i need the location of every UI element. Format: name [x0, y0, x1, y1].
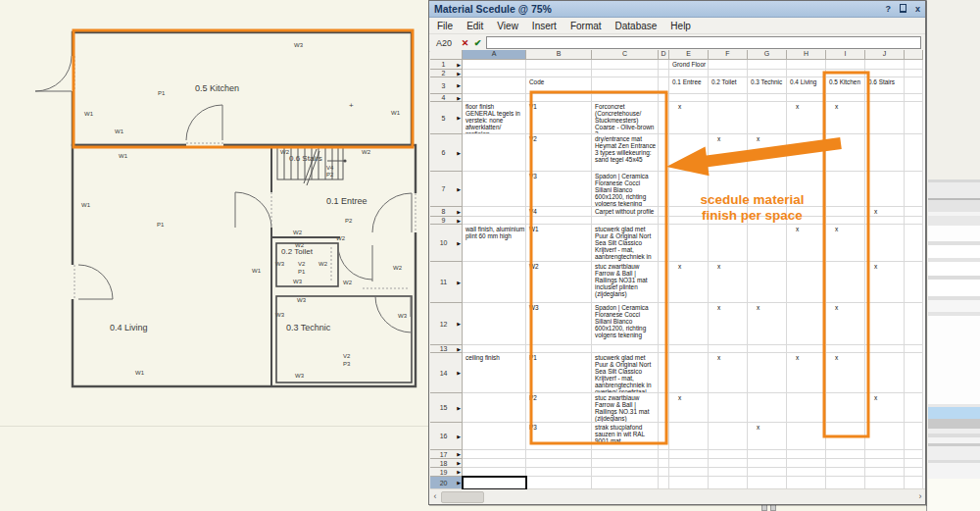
cell-E4[interactable]	[669, 94, 709, 102]
cell-K11[interactable]	[905, 262, 923, 303]
cell-A6[interactable]	[463, 134, 526, 172]
cell-A16[interactable]	[463, 423, 526, 450]
cell-H2[interactable]	[787, 70, 826, 77]
cell-F2[interactable]	[709, 70, 748, 77]
cell-K1[interactable]	[905, 60, 923, 70]
cell-G17[interactable]	[748, 450, 787, 459]
cell-J5[interactable]	[865, 102, 905, 134]
cell-G6[interactable]: x	[748, 134, 787, 172]
cell-C3[interactable]	[592, 77, 659, 94]
cell-A15[interactable]	[463, 393, 526, 423]
cell-E16[interactable]	[669, 423, 709, 450]
close-icon[interactable]: x	[915, 4, 920, 14]
cell-I12[interactable]: x	[826, 303, 865, 345]
cell-E14[interactable]	[669, 353, 709, 393]
row-header-14[interactable]: 14▶	[430, 353, 463, 393]
cell-D17[interactable]	[659, 450, 669, 459]
cell-B13[interactable]	[526, 345, 592, 353]
cell-B4[interactable]	[526, 94, 592, 102]
cell-J19[interactable]	[865, 468, 905, 477]
cell-reference-box[interactable]: A20	[429, 38, 459, 48]
cell-G8[interactable]	[748, 207, 787, 217]
cell-C8[interactable]: Carpet without profile	[592, 207, 659, 217]
cell-H18[interactable]	[787, 459, 826, 468]
cell-K7[interactable]	[905, 172, 923, 207]
cell-B5[interactable]: V1	[526, 102, 592, 134]
cell-K10[interactable]	[905, 225, 923, 262]
cell-B9[interactable]	[526, 217, 592, 225]
cell-J2[interactable]	[865, 70, 905, 77]
cell-C19[interactable]	[592, 468, 659, 477]
col-header-J[interactable]: J	[865, 50, 905, 60]
cell-I11[interactable]	[826, 262, 865, 303]
cell-B8[interactable]: V4	[526, 207, 592, 217]
cell-A3[interactable]	[463, 77, 526, 94]
cell-K2[interactable]	[905, 70, 923, 77]
cell-F17[interactable]	[709, 450, 748, 459]
cell-E15[interactable]: x	[669, 393, 709, 423]
cell-B12[interactable]: W3	[526, 303, 592, 345]
cell-D5[interactable]	[659, 102, 669, 134]
cell-I4[interactable]	[826, 94, 865, 102]
cell-E6[interactable]	[669, 134, 709, 172]
row-header-13[interactable]: 13▶	[430, 345, 463, 353]
cell-I10[interactable]: x	[826, 225, 865, 262]
cell-G11[interactable]	[748, 262, 787, 303]
cell-J10[interactable]	[865, 225, 905, 262]
row-header-19[interactable]: 19▶	[430, 468, 463, 477]
cell-J9[interactable]	[865, 217, 905, 225]
cell-E1[interactable]: Grond Floor	[669, 60, 709, 70]
cell-B2[interactable]	[526, 70, 592, 77]
cell-K4[interactable]	[905, 94, 923, 102]
cell-F10[interactable]	[709, 225, 748, 262]
cell-B11[interactable]: W2	[526, 262, 592, 303]
cell-H19[interactable]	[787, 468, 826, 477]
cell-I16[interactable]	[826, 423, 865, 450]
cell-G5[interactable]	[748, 102, 787, 134]
cell-E11[interactable]: x	[669, 262, 709, 303]
scroll-left-arrow[interactable]: ‹	[430, 490, 440, 502]
cell-H12[interactable]	[787, 303, 826, 345]
cell-C13[interactable]	[592, 345, 659, 353]
menu-file[interactable]: File	[437, 21, 453, 31]
pin-icon[interactable]	[900, 4, 906, 15]
menu-help[interactable]: Help	[670, 21, 691, 31]
row-header-1[interactable]: 1▶	[430, 60, 463, 70]
cell-C6[interactable]: dry/entrance mat Heymat Zen Entrance 3 t…	[592, 134, 659, 172]
cell-I9[interactable]	[826, 217, 865, 225]
cell-A14[interactable]: ceiling finish	[463, 353, 526, 393]
cell-H1[interactable]	[787, 60, 826, 70]
cell-H17[interactable]	[787, 450, 826, 459]
cell-H15[interactable]	[787, 393, 826, 423]
cell-K12[interactable]	[905, 303, 923, 345]
cell-F15[interactable]	[709, 393, 748, 423]
col-header-B[interactable]: B	[526, 50, 592, 60]
cell-J1[interactable]	[865, 60, 905, 70]
confirm-entry-icon[interactable]: ✔	[471, 38, 484, 48]
col-header-H[interactable]: H	[787, 50, 826, 60]
cell-I6[interactable]	[826, 134, 865, 172]
row-header-11[interactable]: 11▶	[430, 262, 463, 303]
cell-H3[interactable]: 0.4 Living	[787, 77, 826, 94]
cell-F9[interactable]	[709, 217, 748, 225]
cell-D16[interactable]	[659, 423, 669, 450]
cell-E5[interactable]: x	[669, 102, 709, 134]
cell-G14[interactable]	[748, 353, 787, 393]
cell-D1[interactable]	[659, 60, 669, 70]
cell-J14[interactable]	[865, 353, 905, 393]
cell-D11[interactable]	[659, 262, 669, 303]
cell-F12[interactable]: x	[709, 303, 748, 345]
cell-C15[interactable]: stuc zwartblauw Farrow & Ball | Railings…	[592, 393, 659, 423]
menu-insert[interactable]: Insert	[532, 21, 557, 31]
cell-E19[interactable]	[669, 468, 709, 477]
cell-I7[interactable]	[826, 172, 865, 207]
cell-E17[interactable]	[669, 450, 709, 459]
row-header-10[interactable]: 10▶	[430, 225, 463, 262]
window-titlebar[interactable]: Material Scedule @ 75% ? x	[429, 1, 925, 18]
row-header-9[interactable]: 9▶	[430, 217, 463, 225]
cell-B19[interactable]	[526, 468, 592, 477]
cell-I5[interactable]: x	[826, 102, 865, 134]
cell-G12[interactable]: x	[748, 303, 787, 345]
cell-K17[interactable]	[905, 450, 923, 459]
cell-E3[interactable]: 0.1 Entree	[669, 77, 709, 94]
